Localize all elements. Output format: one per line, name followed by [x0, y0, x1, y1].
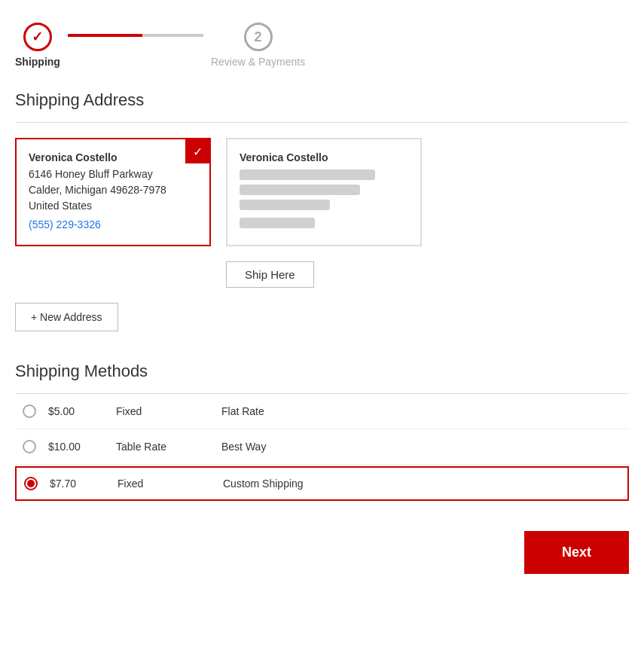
step-1-label: Shipping [15, 56, 60, 68]
method-type-3: Fixed [118, 478, 223, 490]
address-divider [15, 122, 629, 123]
method-row-3[interactable]: $7.70 Fixed Custom Shipping [15, 466, 629, 501]
progress-bar: ✓ Shipping 2 Review & Payments [15, 15, 629, 68]
blurred-line-3 [240, 200, 330, 210]
method-price-2: $10.00 [48, 441, 116, 453]
method-type-1: Fixed [116, 405, 221, 417]
shipping-address-title: Shipping Address [15, 90, 629, 110]
shipping-methods-section: Shipping Methods $5.00 Fixed Flat Rate $… [15, 362, 629, 501]
address-1-street: 6146 Honey Bluff Parkway [29, 166, 197, 182]
method-radio-1[interactable] [23, 404, 36, 418]
address-1-city: Calder, Michigan 49628-7978 [29, 182, 197, 198]
method-price-1: $5.00 [48, 405, 116, 417]
method-name-1: Flat Rate [221, 405, 264, 417]
progress-connector [68, 34, 203, 37]
address-2-name: Veronica Costello [240, 151, 408, 163]
method-name-3: Custom Shipping [223, 478, 304, 490]
address-1-phone: (555) 229-3326 [29, 218, 197, 230]
method-name-2: Best Way [221, 441, 266, 453]
method-row-1[interactable]: $5.00 Fixed Flat Rate [15, 394, 629, 429]
step-2-label: Review & Payments [211, 56, 305, 68]
address-card-2[interactable]: Veronica Costello [226, 138, 422, 246]
blurred-line-1 [240, 169, 375, 180]
check-badge: ✓ [185, 139, 209, 163]
method-type-2: Table Rate [116, 441, 221, 453]
method-radio-2[interactable] [23, 440, 36, 453]
step-2-circle: 2 [244, 23, 273, 51]
ship-here-container: Ship Here [15, 261, 629, 288]
method-price-3: $7.70 [50, 478, 118, 490]
method-row-2[interactable]: $10.00 Table Rate Best Way [15, 429, 629, 465]
next-btn-container: Next [15, 531, 629, 574]
blurred-line-2 [240, 185, 360, 195]
method-radio-3[interactable] [24, 477, 38, 490]
step-2-group: 2 Review & Payments [211, 23, 305, 68]
step-1-group: ✓ Shipping [15, 23, 60, 68]
blurred-line-4 [240, 218, 315, 228]
address-1-country: United States [29, 198, 197, 214]
address-card-1[interactable]: ✓ Veronica Costello 6146 Honey Bluff Par… [15, 138, 211, 246]
address-grid: ✓ Veronica Costello 6146 Honey Bluff Par… [15, 138, 629, 246]
new-address-button[interactable]: + New Address [15, 303, 118, 331]
next-button[interactable]: Next [524, 531, 629, 574]
step-1-circle: ✓ [23, 23, 52, 51]
ship-here-button[interactable]: Ship Here [226, 261, 314, 288]
address-1-name: Veronica Costello [29, 151, 197, 163]
shipping-methods-title: Shipping Methods [15, 362, 629, 381]
